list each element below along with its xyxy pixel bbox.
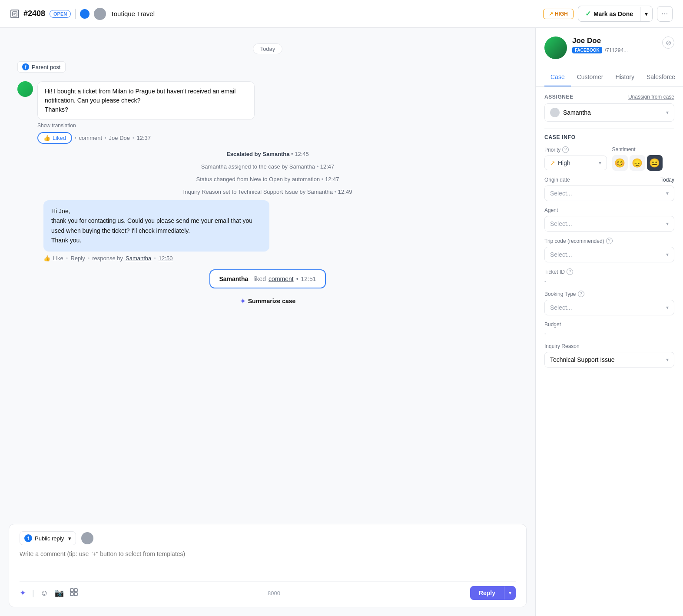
agent-field: Agent Select... ▾ [544,207,674,232]
template-icon[interactable] [70,588,78,598]
reply-button[interactable]: Reply [470,586,504,600]
liked-comment-author: Samantha [219,275,248,282]
inquiry-reason-dropdown[interactable]: Technical Support Issue ▾ [544,352,674,368]
booking-type-help-icon[interactable]: ? [578,291,584,297]
ticket-id-field: Ticket ID ? - [544,268,674,285]
summarize-row: ✦ Summarize case [17,297,518,305]
mark-done-button-group: ✓ Mark as Done ▾ [578,6,653,22]
trip-code-dropdown[interactable]: Select... ▾ [544,247,674,262]
budget-field: Budget - [544,321,674,337]
ticket-id-value: - [544,278,674,285]
sentiment-sad-icon[interactable]: 😞 [630,155,645,171]
inquiry-reason-field: Inquiry Reason Technical Support Issue ▾ [544,343,674,368]
tab-customer[interactable]: Customer [571,68,610,86]
sparkle-icon: ✦ [240,297,245,305]
agent-arrow: ▾ [666,221,669,227]
svg-rect-4 [70,589,73,592]
reply-area: f Public reply ▾ ✦ | ☺ 📷 [9,524,527,607]
liked-comment-label: comment [269,275,294,282]
assignee-header: ASSIGNEE Unassign from case [544,94,674,100]
profile-info: Joe Doe FACEBOOK /711294... [572,36,657,53]
origin-date-arrow: ▾ [666,190,669,196]
assignee-dropdown-arrow: ▾ [666,109,669,116]
company-avatar [94,8,106,20]
sentiment-happy-icon[interactable]: 😊 [612,155,628,171]
parent-post-fb-icon: f [22,63,29,70]
trip-code-help-icon[interactable]: ? [606,238,613,244]
customer-avatar [17,81,33,97]
ticket-id-help-icon[interactable]: ? [567,268,573,275]
priority-label: Priority ? [544,146,607,153]
trip-code-arrow: ▾ [666,252,669,258]
show-translation-link[interactable]: Show translation [37,123,255,129]
booking-type-label-row: Booking Type ? [544,291,674,297]
mark-done-button[interactable]: ✓ Mark as Done [578,6,640,21]
priority-help-icon[interactable]: ? [562,146,569,153]
unassign-link[interactable]: Unassign from case [628,94,674,100]
date-divider: Today [17,43,518,54]
tab-salesforce[interactable]: Salesforce [640,68,681,86]
thumbs-up-icon: 👍 [43,135,50,141]
conversation-panel: Today f Parent post Hi! I bought a ticke… [0,28,535,616]
priority-arrow-icon: ↗ [549,11,553,17]
case-info-header: CASE INFO [544,134,674,140]
customer-bubble: Hi! I bought a ticket from Milan to Prag… [37,81,255,129]
camera-icon[interactable]: 📷 [54,588,64,598]
priority-dropdown-arrow: ▾ [599,160,601,166]
more-options-button[interactable]: ··· [657,6,673,22]
mark-done-dropdown[interactable]: ▾ [640,7,652,21]
profile-badges: FACEBOOK /711294... [572,47,657,53]
response-time: 12:50 [159,255,173,262]
origin-date-dropdown[interactable]: Select... ▾ [544,185,674,201]
agent-message-text: Hi Joe, thank you for contacting us. Cou… [51,206,262,245]
sentiment-column: Sentiment 😊 😞 😐 [612,146,675,171]
comment-author: Joe Doe [109,135,130,141]
liked-comment-time: 12:51 [301,275,316,282]
trip-code-placeholder: Select... [550,251,666,258]
liked-comment-wrapper: Samantha liked comment • 12:51 [17,266,518,292]
summarize-button[interactable]: ✦ Summarize case [240,297,296,305]
like-link[interactable]: Like [53,255,63,262]
reply-dropdown-arrow[interactable]: ▾ [504,586,516,599]
inquiry-reason-value: Technical Support Issue [550,356,666,363]
profile-avatar [544,36,567,59]
priority-dropdown[interactable]: ↗ High ▾ [544,156,607,170]
reply-input[interactable] [20,550,516,576]
booking-type-placeholder: Select... [550,304,666,311]
emoji-icon[interactable]: ☺ [40,589,48,598]
dot-separator3: • [133,136,134,140]
ban-icon[interactable]: ⊘ [662,36,674,49]
date-label: Today [253,43,283,54]
tab-case[interactable]: Case [544,68,571,86]
reply-type-dropdown[interactable]: f Public reply ▾ [20,531,76,545]
booking-type-dropdown[interactable]: Select... ▾ [544,300,674,315]
agent-dropdown[interactable]: Select... ▾ [544,216,674,232]
reply-toolbar: f Public reply ▾ [20,531,516,545]
trip-code-field: Trip code (recommended) ? Select... ▾ [544,238,674,262]
booking-type-arrow: ▾ [666,305,669,311]
agent-placeholder: Select... [550,220,666,227]
parent-post-container: f Parent post [17,61,518,76]
dot-separator2: • [105,136,106,140]
customer-message-text: Hi! I bought a ticket from Milan to Prag… [45,87,247,114]
inquiry-reason-label: Inquiry Reason [544,343,674,349]
section-divider [544,129,674,129]
like-icon-small: 👍 [43,255,50,262]
response-author[interactable]: Samantha [126,255,151,262]
liked-button[interactable]: 👍 Liked [37,132,72,144]
checkmark-icon: ✓ [585,10,591,18]
tab-history[interactable]: History [609,68,640,86]
parent-post-label[interactable]: f Parent post [17,61,66,73]
agent-label: Agent [544,207,674,213]
origin-date-label: Origin date [544,177,570,183]
sentiment-neutral-icon[interactable]: 😐 [647,155,663,171]
liked-comment-box: Samantha liked comment • 12:51 [209,269,325,288]
reply-type-arrow: ▾ [68,535,71,542]
assignee-dropdown[interactable]: Samantha ▾ [544,103,674,122]
assigned-text: Samantha assigned to the case by Samanth… [198,162,338,172]
reply-link[interactable]: Reply [70,255,85,262]
ai-sparkle-icon[interactable]: ✦ [20,588,26,598]
comment-link[interactable]: comment [79,135,102,141]
reply-user-avatar [81,532,93,544]
header-divider [75,9,76,19]
